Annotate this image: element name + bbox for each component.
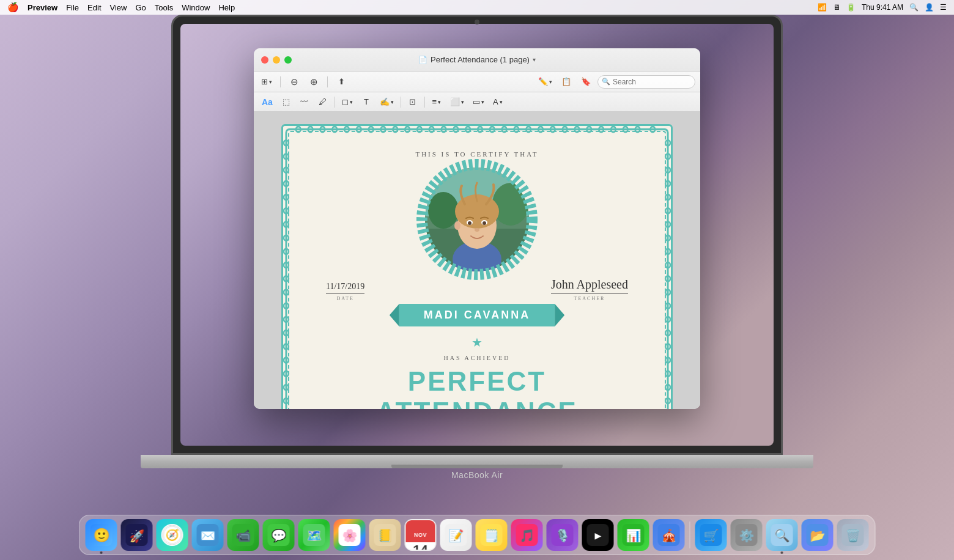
display-icon[interactable]: 🖥: [833, 3, 840, 12]
dock-item-music[interactable]: 🎵: [511, 519, 543, 551]
markup-button[interactable]: 📋: [558, 74, 574, 90]
share-button[interactable]: ⬆: [333, 74, 349, 90]
svg-point-4: [332, 127, 337, 132]
close-button[interactable]: [261, 56, 268, 64]
search-wrapper: 🔍: [597, 75, 695, 89]
dock-item-reminders[interactable]: 📝: [440, 519, 472, 551]
ann-sep-3: [424, 97, 425, 108]
adjust-button[interactable]: ⊡: [405, 94, 421, 110]
menu-go[interactable]: Go: [135, 3, 146, 12]
chevron-icon: ▾: [481, 99, 484, 105]
menu-tools[interactable]: Tools: [155, 3, 173, 12]
apple-menu[interactable]: 🍎: [7, 2, 19, 13]
svg-point-96: [665, 317, 670, 322]
menu-view[interactable]: View: [110, 3, 127, 12]
dock-item-safari[interactable]: 🧭: [157, 519, 188, 551]
svg-point-86: [665, 181, 670, 186]
zoom-in-button[interactable]: ⊕: [306, 74, 322, 90]
list-icon[interactable]: ☰: [940, 3, 947, 12]
dock-item-launchpad[interactable]: 🚀: [121, 519, 153, 551]
dock-item-preview[interactable]: 🔍: [766, 519, 798, 551]
dock-item-messages[interactable]: 💬: [263, 519, 295, 551]
svg-point-90: [665, 235, 670, 241]
certificate: THIS IS TO CERTIFY THAT: [281, 124, 673, 409]
dock-item-mail[interactable]: ✉️: [192, 519, 224, 551]
pen-button[interactable]: ✏️ ▾: [536, 74, 555, 90]
numbers-icon: 📊: [623, 524, 645, 546]
svg-point-88: [665, 208, 670, 213]
menu-bar: 🍎 Preview File Edit View Go Tools Window…: [0, 0, 954, 15]
maximize-button[interactable]: [284, 56, 292, 64]
svg-point-93: [665, 276, 670, 281]
ann-sep-1: [335, 97, 335, 108]
svg-text:🗒️: 🗒️: [484, 528, 499, 543]
svg-text:📝: 📝: [448, 528, 464, 543]
wifi-icon[interactable]: 📶: [818, 3, 827, 12]
svg-text:📹: 📹: [235, 528, 251, 543]
selection-button[interactable]: ⬚: [278, 94, 294, 110]
menu-window[interactable]: Window: [182, 3, 210, 12]
dock-item-facetime[interactable]: 📹: [227, 519, 259, 551]
text-button[interactable]: Aa: [259, 94, 276, 110]
dock-item-calendar[interactable]: NOV 14: [405, 519, 437, 551]
dock-item-photos[interactable]: 🌸: [334, 519, 366, 551]
sketch-button[interactable]: 〰: [297, 94, 312, 110]
text-box-icon: T: [364, 97, 369, 106]
camera: [475, 20, 479, 24]
svg-point-92: [665, 262, 670, 268]
user-icon[interactable]: 👤: [925, 3, 934, 12]
dock-item-numbers[interactable]: 📊: [618, 519, 649, 551]
dock-item-keynote[interactable]: 🎪: [653, 519, 685, 551]
svg-point-76: [284, 344, 289, 349]
svg-point-16: [478, 127, 483, 132]
annotation-toolbar: Aa ⬚ 〰 🖊 ◻ ▾: [254, 92, 700, 112]
svg-point-30: [650, 127, 655, 132]
menu-help[interactable]: Help: [218, 3, 235, 12]
dock-item-downloads[interactable]: 📂: [802, 519, 834, 551]
annotate-icon: 🔖: [581, 77, 591, 86]
zoom-out-icon: ⊖: [290, 76, 298, 87]
dock-item-appletv[interactable]: ▶: [582, 519, 614, 551]
svg-point-7: [369, 127, 374, 132]
svg-point-83: [665, 140, 670, 146]
search-icon[interactable]: 🔍: [909, 3, 919, 12]
cert-certify-text: THIS IS TO CERTIFY THAT: [415, 150, 538, 158]
dock-item-notes[interactable]: 🗒️: [476, 519, 508, 551]
main-toolbar: ⊞ ▾ ⊖ ⊕ ⬆ ✏️: [254, 72, 700, 92]
sign-button[interactable]: ✍ ▾: [377, 94, 397, 110]
markup-icon: 📋: [561, 77, 571, 86]
annotate-button[interactable]: 🔖: [578, 74, 594, 90]
dock-item-podcasts[interactable]: 🎙️: [547, 519, 579, 551]
svg-point-89: [665, 222, 670, 227]
shapes-button[interactable]: ◻ ▾: [339, 94, 356, 110]
align-button[interactable]: ≡ ▾: [429, 94, 445, 110]
text-box-button[interactable]: T: [358, 94, 374, 110]
rect-button[interactable]: ▭ ▾: [470, 94, 487, 110]
svg-point-26: [599, 127, 604, 132]
border-button[interactable]: ⬜ ▾: [447, 94, 467, 110]
svg-point-64: [284, 181, 289, 186]
minimize-button[interactable]: [273, 56, 280, 64]
font-button[interactable]: A ▾: [490, 94, 506, 110]
search-input[interactable]: [597, 75, 695, 89]
zoom-out-button[interactable]: ⊖: [286, 74, 302, 90]
menu-edit[interactable]: Edit: [87, 3, 101, 12]
svg-point-23: [563, 127, 568, 132]
dock-item-contacts[interactable]: 📒: [369, 519, 401, 551]
battery-icon[interactable]: 🔋: [846, 3, 856, 12]
dock-item-finder[interactable]: 🙂: [86, 519, 117, 551]
svg-point-99: [665, 358, 670, 363]
dock-item-appstore[interactable]: 🛒: [695, 519, 727, 551]
svg-point-12: [429, 127, 434, 132]
screen-content: 📄 Perfect Attendance (1 page) ▾ ⊞ ▾ ⊖: [180, 24, 774, 446]
dock-item-maps[interactable]: 🗺️: [298, 519, 330, 551]
dock-item-trash[interactable]: 🗑️: [837, 519, 869, 551]
calendar-month-header: NOV: [406, 520, 435, 542]
menu-app-name[interactable]: Preview: [28, 3, 57, 12]
chevron-down-icon[interactable]: ▾: [533, 56, 536, 63]
dock-item-systemprefs[interactable]: ⚙️: [731, 519, 763, 551]
highlight-button[interactable]: 🖊: [315, 94, 331, 110]
view-mode-button[interactable]: ⊞ ▾: [259, 74, 275, 90]
svg-point-67: [284, 222, 289, 227]
menu-file[interactable]: File: [66, 3, 79, 12]
